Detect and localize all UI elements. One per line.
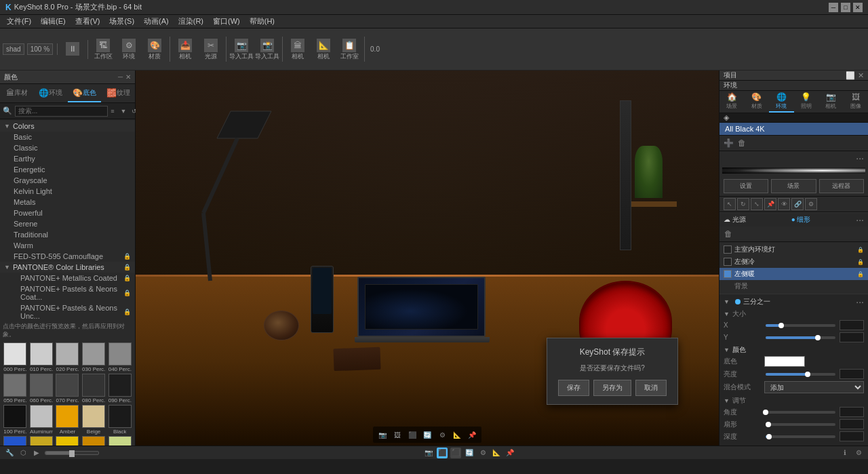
vp-btn-settings[interactable]: ⚙ (435, 428, 449, 441)
angle-slider-track[interactable] (766, 411, 835, 414)
remote-settings-btn[interactable]: 远程器 (819, 179, 864, 193)
tree-section-colors[interactable]: ▼ Colors (0, 121, 135, 132)
env-delete-button[interactable]: 🗑 (736, 137, 748, 149)
swatch-060[interactable]: 060 Perc... (29, 374, 54, 403)
angle-slider-thumb[interactable] (763, 410, 768, 415)
tree-item-powerful[interactable]: Powerful (0, 208, 135, 218)
lights-dots[interactable]: ··· (856, 214, 864, 225)
panel-close-icon[interactable]: ✕ (125, 73, 131, 81)
swatch-beige[interactable]: Beige (81, 405, 106, 435)
save-confirm-button[interactable]: 保存 (558, 380, 589, 396)
viewport[interactable]: KeyShot 保存提示 是否还要保存文件吗? 保存 另存为 取消 📷 🖼 ⬛ … (136, 71, 719, 446)
save-as-button[interactable]: 另存为 (593, 380, 631, 396)
tree-item-fed[interactable]: FED-STD-595 Camouflage 🔒 (0, 251, 135, 262)
light-checkbox-left-warm[interactable] (724, 270, 732, 278)
tool-link[interactable]: 🔗 (791, 198, 804, 210)
menu-animate[interactable]: 动画(A) (140, 15, 173, 28)
menu-view[interactable]: 查看(V) (71, 15, 104, 28)
light-checkbox-left-cool[interactable] (724, 258, 732, 266)
tree-item-classic[interactable]: Classic (0, 142, 135, 153)
tree-item-traditional[interactable]: Traditional (0, 229, 135, 240)
swatch-bright-a[interactable]: Bright A... (55, 436, 80, 446)
save-cancel-button[interactable]: 取消 (635, 380, 667, 396)
swatch-cadmium-color[interactable] (82, 436, 105, 446)
y-slider-track[interactable] (766, 336, 835, 339)
zoom-input[interactable]: 100 % (27, 43, 53, 55)
tree-item-earthy[interactable]: Earthy (0, 153, 135, 164)
swatch-090[interactable]: 090 Perc... (107, 374, 132, 403)
swatch-050-color[interactable] (3, 374, 26, 397)
bottom-grid-icon[interactable]: 📐 (491, 448, 502, 458)
bottom-slider-thumb[interactable] (69, 450, 75, 457)
right-tab-environment[interactable]: 🌐 环境 (769, 91, 794, 113)
color-collapse-arrow[interactable]: ▼ (724, 347, 730, 353)
tree-item-serene[interactable]: Serene (0, 218, 135, 229)
falloff-slider-thumb[interactable] (766, 422, 771, 427)
filter-icon[interactable]: ▼ (119, 106, 128, 116)
tab-environment[interactable]: 🌐 环境 (34, 84, 68, 102)
swatch-080[interactable]: 080 Perc... (81, 374, 106, 403)
y-value-input[interactable]: 66.7 (840, 332, 864, 342)
swatch-040-color[interactable] (108, 342, 132, 366)
swatch-010[interactable]: 010 Perc... (29, 342, 54, 372)
bottom-compass-icon[interactable]: 📌 (505, 448, 515, 458)
vp-btn-frame[interactable]: 🖼 (391, 428, 404, 441)
x-slider-thumb[interactable] (778, 323, 784, 328)
toolbar-btn-tool2[interactable]: ✂ 光源 (199, 37, 223, 62)
swatch-000-color[interactable] (3, 342, 26, 366)
tree-item-metals[interactable]: Metals (0, 197, 135, 208)
prop-dots[interactable]: ··· (856, 296, 864, 307)
toolbar-btn-pause[interactable]: ⏸ (60, 40, 85, 59)
light-delete-button[interactable]: 🗑 (722, 228, 734, 240)
size-collapse-arrow[interactable]: ▼ (724, 311, 730, 317)
swatch-100-color[interactable] (3, 405, 26, 428)
brightness-value-input[interactable]: 3.05 (840, 369, 864, 379)
tool-scale[interactable]: ⤡ (751, 198, 763, 210)
prop-collapse-arrow[interactable]: ▼ (724, 298, 730, 305)
tab-texture[interactable]: 🧱 纹理 (101, 84, 135, 102)
swatch-080-color[interactable] (82, 374, 105, 397)
swatch-aluminum[interactable]: Aluminum (29, 405, 54, 435)
right-panel-controls[interactable]: ⬜ ✕ (846, 71, 864, 80)
tool-rotate[interactable]: ↻ (737, 198, 749, 210)
falloff-slider-track[interactable] (766, 423, 835, 426)
env-add-button[interactable]: ➕ (722, 137, 734, 149)
menu-scene[interactable]: 场景(S) (105, 15, 138, 28)
bottom-info-icon[interactable]: ℹ (840, 448, 850, 458)
toolbar-btn-import[interactable]: 📥 相机 (173, 37, 197, 62)
swatch-charteuse-color[interactable] (108, 436, 132, 446)
right-tab-camera[interactable]: 📷 相机 (818, 91, 844, 113)
preview-dots[interactable]: ··· (856, 153, 864, 163)
bottom-frame-icon2[interactable]: ⬛ (450, 448, 461, 458)
menu-help[interactable]: 帮助(H) (245, 15, 279, 28)
tree-item-pantone-pastels-u[interactable]: PANTONE+ Pastels & Neons Unc... 🔒 (0, 302, 135, 321)
blend-mode-select[interactable]: 添加 (764, 381, 864, 393)
bottom-cam-icon[interactable]: 📷 (423, 448, 434, 458)
tool-pin[interactable]: 📌 (764, 198, 776, 210)
bottom-gear-icon[interactable]: ⚙ (853, 448, 864, 458)
right-tab-material[interactable]: 🎨 材质 (745, 91, 770, 113)
x-value-input[interactable]: 17.6 (840, 320, 864, 330)
right-panel-expand-icon[interactable]: ⬜ (846, 71, 855, 80)
depth-slider-track[interactable] (766, 435, 835, 438)
swatch-charteuse[interactable]: Charteuse (107, 436, 132, 446)
tree-section-pantone[interactable]: ▼ PANTONE® Color Libraries 🔒 (0, 262, 135, 273)
right-tab-image[interactable]: 🖼 图像 (844, 91, 869, 113)
menu-render[interactable]: 渲染(R) (174, 15, 208, 28)
swatch-black-color[interactable] (108, 405, 132, 428)
menu-edit[interactable]: 编辑(E) (37, 15, 70, 28)
depth-slider-thumb[interactable] (766, 434, 772, 439)
bottom-slider[interactable] (45, 451, 99, 455)
right-tab-scene[interactable]: 🏠 场景 (719, 91, 745, 113)
swatch-040[interactable]: 040 Perc... (107, 342, 132, 372)
tree-item-warm[interactable]: Warm (0, 240, 135, 251)
panel-collapse-icon[interactable]: ─ (118, 73, 123, 81)
brightness-slider-thumb[interactable] (805, 372, 810, 377)
adjust-collapse-arrow[interactable]: ▼ (724, 397, 730, 404)
toolbar-btn-material[interactable]: 🎨 材质 (142, 37, 167, 62)
vp-btn-camera[interactable]: 📷 (376, 428, 389, 441)
swatch-000[interactable]: 000 Perc... (3, 342, 28, 372)
x-slider-track[interactable] (766, 324, 835, 327)
bottom-hex-icon[interactable]: ⬡ (18, 448, 28, 458)
swatch-020[interactable]: 020 Perc... (55, 342, 80, 372)
